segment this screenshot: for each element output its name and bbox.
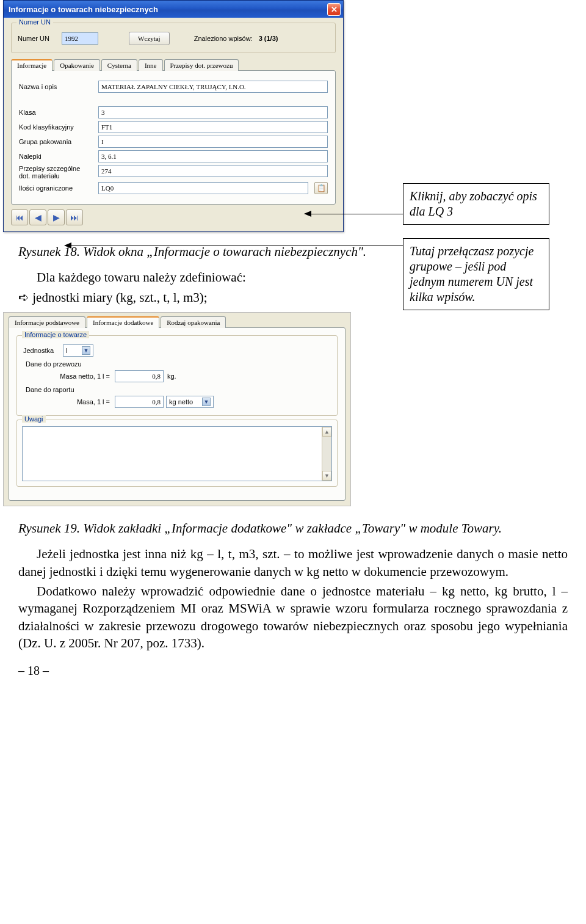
nav-prev-button[interactable]: ◀ xyxy=(29,209,46,225)
body-para-1: Jeżeli jednostka jest inna niż kg – l, t… xyxy=(18,545,568,580)
group-numer-un: Numer UN Numer UN Wczytaj Znaleziono wpi… xyxy=(11,23,336,53)
tab-informacje[interactable]: Informacje xyxy=(11,59,52,71)
dane-przewozu-label: Dane do przewozu xyxy=(26,360,331,368)
masa-netto-input[interactable] xyxy=(115,370,164,382)
tab-przepisy[interactable]: Przepisy dot. przewozu xyxy=(164,59,239,71)
titlebar: Informacje o towarach niebezpiecznych ✕ xyxy=(4,1,343,18)
jednostka-select[interactable]: l ▼ xyxy=(63,344,93,357)
window-title: Informacje o towarach niebezpiecznych xyxy=(9,5,158,14)
figure-19-caption: Rysunek 19. Widok zakładki „Informacje d… xyxy=(18,520,568,537)
found-label: Znaleziono wpisów: xyxy=(194,35,253,42)
masa-netto-unit: kg. xyxy=(167,373,176,380)
numer-un-input[interactable] xyxy=(62,32,98,45)
wczytaj-button[interactable]: Wczytaj xyxy=(129,32,170,45)
tab-cysterna[interactable]: Cysterna xyxy=(101,59,137,71)
grupa-input[interactable] xyxy=(98,136,328,148)
kod-label: Kod klasyfikacyjny xyxy=(19,123,92,131)
dane-raportu-label: Dane do raportu xyxy=(26,386,331,393)
callout-lq: Kliknij, aby zobaczyć opis dla LQ 3 xyxy=(403,183,549,225)
callout-arrow-1-head xyxy=(304,211,311,217)
dialog-un-info: Informacje o towarach niebezpiecznych ✕ … xyxy=(3,0,344,232)
masa-label: Masa, 1 l = xyxy=(23,398,115,406)
lq-info-button[interactable]: 📋 xyxy=(314,182,328,194)
group-uwagi: Uwagi xyxy=(22,415,46,423)
nav-first-button[interactable]: ⏮ xyxy=(11,209,28,225)
scrollbar[interactable]: ▲ ▼ xyxy=(322,427,331,481)
callout-nav: Tutaj przełączasz pozycje grupowe – jeśl… xyxy=(403,238,549,310)
masa-netto-label: Masa netto, 1 l = xyxy=(23,373,115,380)
masa-input[interactable] xyxy=(115,396,164,408)
tab-inne[interactable]: Inne xyxy=(139,59,163,71)
tab-opakowanie[interactable]: Opakowanie xyxy=(54,59,100,71)
callout-arrow-1-line xyxy=(310,214,405,214)
nazwa-label: Nazwa i opis xyxy=(19,83,92,90)
page-number: – 18 – xyxy=(18,663,568,679)
klasa-label: Klasa xyxy=(19,109,92,116)
nalepki-input[interactable] xyxy=(98,150,328,162)
body-para-2: Dodatkowo należy wprowadzić odpowiednie … xyxy=(18,583,568,652)
grupa-label: Grupa pakowania xyxy=(19,138,92,145)
ilosci-label: Ilości ograniczone xyxy=(19,184,92,192)
def-intro: Dla każdego towaru należy zdefiniować: xyxy=(37,270,246,285)
jednostka-value: l xyxy=(66,347,78,354)
record-nav: ⏮ ◀ ▶ ⏭ xyxy=(11,209,336,225)
group-info-towarze: Informacje o towarze xyxy=(22,331,89,338)
clipboard-icon: 📋 xyxy=(317,184,326,192)
bullet-arrow-icon: ➪ xyxy=(18,290,32,305)
ilosci-input[interactable] xyxy=(98,182,308,194)
nalepki-label: Nalepki xyxy=(19,153,92,160)
def-units: jednostki miary (kg, szt., t, l, m3); xyxy=(32,290,207,305)
jednostka-label: Jednostka xyxy=(23,347,63,354)
found-value: 3 (1/3) xyxy=(259,35,278,42)
kod-input[interactable] xyxy=(98,121,328,133)
first-icon: ⏮ xyxy=(15,213,24,222)
przepisy-label: Przepisy szczególne dot. materiału xyxy=(19,165,92,180)
tab-panel-informacje: Nazwa i opis Klasa Kod klasyfikacyjny Gr… xyxy=(11,70,336,205)
close-icon: ✕ xyxy=(331,5,338,13)
group-legend: Numer UN xyxy=(16,18,53,26)
scroll-up-icon[interactable]: ▲ xyxy=(322,427,331,437)
tab2-dodatkowe[interactable]: Informacje dodatkowe xyxy=(87,316,159,328)
last-icon: ⏭ xyxy=(70,213,79,222)
tab2-podstawowe[interactable]: Informacje podstawowe xyxy=(9,316,85,328)
nazwa-input[interactable] xyxy=(98,81,328,93)
prev-icon: ◀ xyxy=(35,213,42,222)
masa-unit-value: kg netto xyxy=(169,398,198,406)
tabs: Informacje Opakowanie Cysterna Inne Prze… xyxy=(11,59,336,71)
callout-arrow-2-head xyxy=(64,242,71,249)
nav-last-button[interactable]: ⏭ xyxy=(66,209,83,225)
chevron-down-icon: ▼ xyxy=(202,398,211,406)
next-icon: ▶ xyxy=(53,213,60,222)
masa-unit-select[interactable]: kg netto ▼ xyxy=(166,396,214,408)
panel-info-dodatkowe: Informacje podstawowe Informacje dodatko… xyxy=(3,312,351,506)
callout-arrow-2-line xyxy=(70,246,405,246)
nav-next-button[interactable]: ▶ xyxy=(48,209,65,225)
uwagi-textarea[interactable]: ▲ ▼ xyxy=(22,426,332,481)
przepisy-input[interactable] xyxy=(98,165,328,177)
tab2-opakowanie[interactable]: Rodzaj opakowania xyxy=(161,316,226,328)
chevron-down-icon: ▼ xyxy=(82,346,90,355)
numer-un-label: Numer UN xyxy=(18,35,56,42)
close-button[interactable]: ✕ xyxy=(327,3,341,16)
scroll-down-icon[interactable]: ▼ xyxy=(322,471,331,481)
klasa-input[interactable] xyxy=(98,106,328,118)
